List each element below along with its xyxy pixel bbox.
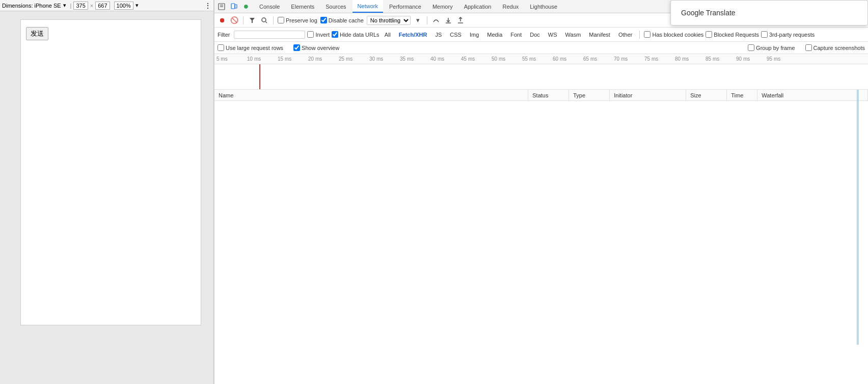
toolbar-divider-3 xyxy=(427,16,427,24)
clear-button[interactable]: 🚫 xyxy=(230,16,239,25)
tab-network[interactable]: Network xyxy=(352,0,383,13)
search-icon[interactable] xyxy=(260,16,269,25)
tab-redux[interactable]: Redux xyxy=(497,0,524,13)
preserve-log-checkbox[interactable]: Preserve log xyxy=(278,17,317,23)
tab-lighthouse[interactable]: Lighthouse xyxy=(525,0,562,13)
ruler-tick: 85 ms xyxy=(703,56,734,62)
th-size[interactable]: Size xyxy=(686,90,727,100)
page-content: 发送 xyxy=(20,19,201,325)
inspect-icon[interactable] xyxy=(216,2,227,12)
width-input[interactable]: 375 xyxy=(73,2,88,10)
ruler-tick: 15 ms xyxy=(276,56,306,62)
invert-input[interactable] xyxy=(307,31,314,38)
tab-sources[interactable]: Sources xyxy=(320,0,351,13)
timeline-marker xyxy=(259,64,260,90)
filter-type-doc[interactable]: Doc xyxy=(527,31,543,38)
device-toolbar: Dimensions: iPhone SE ▾ | 375 × 667 100%… xyxy=(0,0,213,11)
export-har-icon[interactable] xyxy=(444,16,453,25)
group-by-frame-checkbox[interactable]: Group by frame xyxy=(748,44,795,51)
ruler-tick: 25 ms xyxy=(337,56,367,62)
filter-type-font[interactable]: Font xyxy=(507,31,525,38)
empty-table-body xyxy=(214,101,868,305)
th-waterfall[interactable]: Waterfall xyxy=(757,90,868,100)
tab-application[interactable]: Application xyxy=(459,0,497,13)
hide-data-urls-input[interactable] xyxy=(332,31,338,38)
tab-elements[interactable]: Elements xyxy=(286,0,319,13)
has-blocked-cookies-input[interactable] xyxy=(644,31,650,38)
chevron-down-icon-zoom[interactable]: ▾ xyxy=(135,2,139,9)
filter-label: Filter xyxy=(218,32,230,38)
filter-type-manifest[interactable]: Manifest xyxy=(586,31,613,38)
th-initiator[interactable]: Initiator xyxy=(610,90,686,100)
google-translate-title: Google Translate xyxy=(681,9,736,17)
filter-type-fetchxhr[interactable]: Fetch/XHR xyxy=(396,31,430,38)
network-conditions-icon[interactable] xyxy=(431,16,441,25)
ruler-tick: 95 ms xyxy=(765,56,795,62)
filter-type-other[interactable]: Other xyxy=(615,31,636,38)
preserve-log-input[interactable] xyxy=(278,17,284,23)
device-name: Dimensions: iPhone SE xyxy=(2,3,61,9)
more-options-icon[interactable]: ⋮ xyxy=(204,2,211,10)
third-party-requests-input[interactable] xyxy=(761,31,768,38)
tab-memory[interactable]: Memory xyxy=(427,0,458,13)
svg-rect-3 xyxy=(231,4,235,9)
filter-type-img[interactable]: Img xyxy=(467,31,482,38)
svg-rect-4 xyxy=(235,5,237,8)
dot-icon[interactable]: ● xyxy=(241,2,251,12)
filter-type-css[interactable]: CSS xyxy=(447,31,465,38)
ruler-tick: 20 ms xyxy=(306,56,337,62)
filter-type-all[interactable]: All xyxy=(382,31,394,38)
has-blocked-cookies-checkbox[interactable]: Has blocked cookies xyxy=(644,31,703,38)
show-overview-input[interactable] xyxy=(293,44,300,51)
filter-type-media[interactable]: Media xyxy=(484,31,505,38)
throttle-dropdown-icon[interactable]: ▾ xyxy=(414,16,423,25)
chevron-down-icon[interactable]: ▾ xyxy=(63,2,66,9)
throttle-select[interactable]: No throttling xyxy=(367,16,411,25)
browser-viewport: Dimensions: iPhone SE ▾ | 375 × 667 100%… xyxy=(0,0,214,384)
devtools-panel: ● Console Elements Sources Network Perfo… xyxy=(214,0,868,384)
ruler-tick: 35 ms xyxy=(398,56,428,62)
th-status[interactable]: Status xyxy=(528,90,569,100)
filter-type-wasm[interactable]: Wasm xyxy=(562,31,584,38)
height-input[interactable]: 667 xyxy=(95,2,110,10)
disable-cache-input[interactable] xyxy=(320,17,327,23)
invert-checkbox[interactable]: Invert xyxy=(307,31,330,38)
third-party-requests-checkbox[interactable]: 3rd-party requests xyxy=(761,31,815,38)
device-toggle-icon[interactable] xyxy=(229,2,239,12)
tab-icons: ● xyxy=(216,2,251,12)
use-large-rows-input[interactable] xyxy=(218,44,224,51)
filter-type-js[interactable]: JS xyxy=(432,31,445,38)
options-row: Use large request rows Show overview Gro… xyxy=(214,42,868,54)
show-overview-checkbox[interactable]: Show overview xyxy=(293,44,339,51)
timeline-area: 5 ms10 ms15 ms20 ms25 ms30 ms35 ms40 ms4… xyxy=(214,54,868,90)
filter-divider xyxy=(639,31,640,39)
ruler-tick: 45 ms xyxy=(459,56,490,62)
use-large-rows-checkbox[interactable]: Use large request rows xyxy=(218,44,283,51)
filter-icon[interactable] xyxy=(248,16,257,25)
zoom-select[interactable]: 100% xyxy=(114,2,133,10)
svg-point-6 xyxy=(262,18,266,22)
filter-input[interactable] xyxy=(234,31,305,39)
ruler-tick: 30 ms xyxy=(367,56,398,62)
th-type[interactable]: Type xyxy=(569,90,610,100)
th-time[interactable]: Time xyxy=(727,90,757,100)
filter-type-ws[interactable]: WS xyxy=(545,31,560,38)
import-har-icon[interactable] xyxy=(456,16,465,25)
send-button[interactable]: 发送 xyxy=(26,27,48,40)
devtools-tab-bar: ● Console Elements Sources Network Perfo… xyxy=(214,0,868,13)
blocked-requests-checkbox[interactable]: Blocked Requests xyxy=(706,31,759,38)
tab-performance[interactable]: Performance xyxy=(384,0,426,13)
svg-marker-5 xyxy=(250,18,255,23)
disable-cache-checkbox[interactable]: Disable cache xyxy=(320,17,364,23)
ruler-tick: 5 ms xyxy=(214,56,245,62)
blocked-requests-input[interactable] xyxy=(706,31,712,38)
capture-screenshots-checkbox[interactable]: Capture screenshots xyxy=(805,44,865,51)
th-name[interactable]: Name xyxy=(214,90,528,100)
group-by-frame-input[interactable] xyxy=(748,44,754,51)
capture-screenshots-input[interactable] xyxy=(805,44,812,51)
tab-console[interactable]: Console xyxy=(254,0,285,13)
toolbar-divider-2 xyxy=(273,16,274,24)
record-button[interactable]: ⏺ xyxy=(218,16,227,25)
ruler-tick: 65 ms xyxy=(581,56,612,62)
hide-data-urls-checkbox[interactable]: Hide data URLs xyxy=(332,31,379,38)
